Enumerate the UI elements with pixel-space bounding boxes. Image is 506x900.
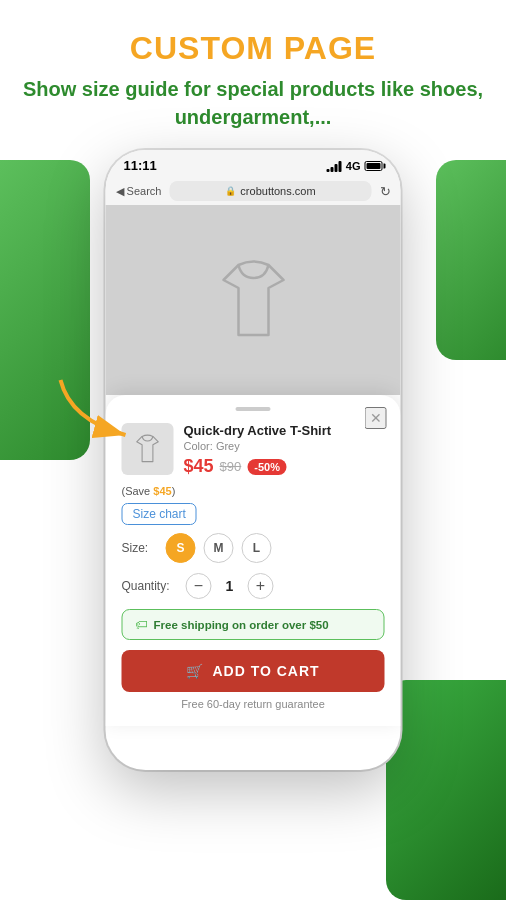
tag-icon: 🏷 xyxy=(135,617,148,632)
arrow-annotation xyxy=(51,370,151,454)
status-icons: 4G xyxy=(327,160,383,172)
discount-badge: -50% xyxy=(247,459,287,475)
back-search-text: ◀ Search xyxy=(116,185,162,198)
add-to-cart-label: ADD TO CART xyxy=(212,663,319,679)
shipping-text: Free shipping on order over $50 xyxy=(154,619,329,631)
refresh-button[interactable]: ↻ xyxy=(380,184,391,199)
save-text: (Save $45) xyxy=(122,485,385,497)
address-bar[interactable]: ◀ Search 🔒 crobuttons.com ↻ xyxy=(106,177,401,205)
battery-icon xyxy=(365,161,383,171)
phone-mockup: 11:11 4G ◀ Search 🔒 crobu xyxy=(106,150,401,770)
quantity-decrease-button[interactable]: − xyxy=(186,573,212,599)
status-time: 11:11 xyxy=(124,158,157,173)
size-label: Size: xyxy=(122,541,158,555)
url-bar[interactable]: 🔒 crobuttons.com xyxy=(169,181,371,201)
lock-icon: 🔒 xyxy=(225,186,236,196)
drag-handle xyxy=(236,407,271,411)
back-search-btn[interactable]: ◀ Search xyxy=(116,185,162,198)
url-text: crobuttons.com xyxy=(240,185,315,197)
signal-bars-icon xyxy=(327,160,342,172)
quantity-value: 1 xyxy=(220,578,240,594)
save-amount: $45 xyxy=(153,485,171,497)
close-button[interactable]: ✕ xyxy=(365,407,387,429)
product-details: Quick-dry Active T-Shirt Color: Grey $45… xyxy=(184,423,385,477)
size-selector-row: Size: S M L xyxy=(122,533,385,563)
quantity-label: Quantity: xyxy=(122,579,178,593)
page-header: CUSTOM PAGE Show size guide for special … xyxy=(0,0,506,141)
phone-container: 11:11 4G ◀ Search 🔒 crobu xyxy=(106,150,401,770)
add-to-cart-button[interactable]: 🛒 ADD TO CART xyxy=(122,650,385,692)
cart-icon: 🛒 xyxy=(186,663,204,679)
size-chart-button[interactable]: Size chart xyxy=(122,503,197,525)
size-option-l[interactable]: L xyxy=(242,533,272,563)
quantity-row: Quantity: − 1 + xyxy=(122,573,385,599)
product-name: Quick-dry Active T-Shirt xyxy=(184,423,385,438)
product-color: Color: Grey xyxy=(184,440,385,452)
page-title: CUSTOM PAGE xyxy=(20,30,486,67)
price-original: $90 xyxy=(220,459,242,474)
battery-fill xyxy=(367,163,381,169)
quantity-increase-button[interactable]: + xyxy=(248,573,274,599)
status-bar: 11:11 4G xyxy=(106,150,401,177)
return-guarantee: Free 60-day return guarantee xyxy=(122,698,385,710)
shipping-banner: 🏷 Free shipping on order over $50 xyxy=(122,609,385,640)
size-option-s[interactable]: S xyxy=(166,533,196,563)
product-image-tshirt xyxy=(203,250,303,350)
bg-green-right-top xyxy=(436,160,506,360)
network-label: 4G xyxy=(346,160,361,172)
product-image-area xyxy=(106,205,401,395)
price-current: $45 xyxy=(184,456,214,477)
product-info-row: Quick-dry Active T-Shirt Color: Grey $45… xyxy=(122,423,385,477)
size-option-m[interactable]: M xyxy=(204,533,234,563)
bg-green-right-bottom xyxy=(386,680,506,900)
price-row: $45 $90 -50% xyxy=(184,456,385,477)
page-subtitle: Show size guide for special products lik… xyxy=(20,75,486,131)
